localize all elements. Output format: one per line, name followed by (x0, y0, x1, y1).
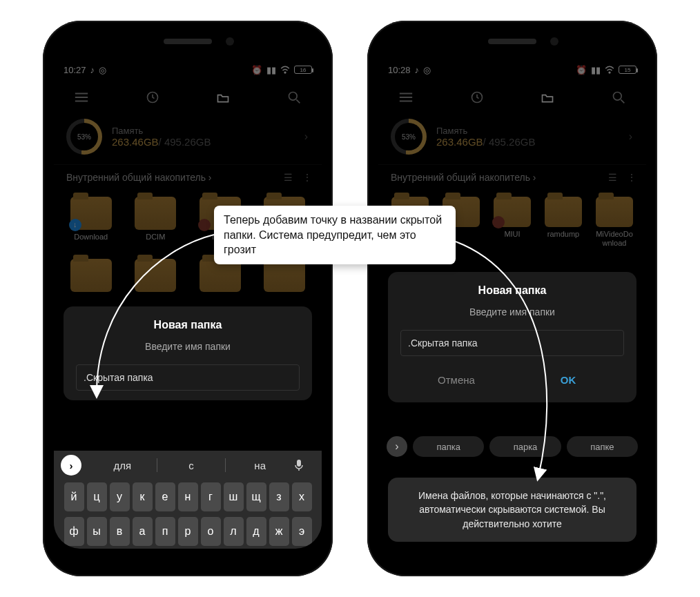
search-icon[interactable] (280, 90, 308, 104)
keyboard-key[interactable]: н (178, 482, 198, 511)
folder-item[interactable]: ↓ Download (61, 197, 121, 251)
tiktok-icon: ♪ (90, 65, 95, 75)
suggestion-pill[interactable]: парка (489, 436, 561, 457)
storage-ring: 53% (391, 119, 427, 155)
chevron-right-icon: › (304, 130, 308, 143)
folder-label: DCIM (146, 233, 165, 251)
new-folder-dialog: Новая папка Введите имя папки Отмена OK (388, 272, 636, 402)
download-badge-icon: ↓ (69, 219, 81, 231)
keyboard-key[interactable]: э (292, 517, 312, 546)
svg-point-9 (609, 72, 610, 73)
keyboard-key[interactable]: ц (87, 482, 107, 511)
folder-item[interactable] (126, 259, 186, 313)
breadcrumb[interactable]: Внутренний общий накопитель › ☰ ⋮ (378, 164, 646, 191)
badge-icon (492, 216, 505, 228)
folder-item[interactable] (61, 259, 121, 313)
folder-item[interactable]: ramdump (538, 197, 588, 248)
wifi-icon (280, 66, 290, 74)
storage-row[interactable]: 53% Память 263.46GB/ 495.26GB › (54, 115, 322, 164)
cancel-button[interactable]: Отмена (400, 367, 512, 393)
storage-label: Память (112, 126, 211, 136)
breadcrumb[interactable]: Внутренний общий накопитель › ☰ ⋮ (54, 164, 322, 191)
svg-point-0 (284, 72, 286, 73)
keyboard-key[interactable]: к (133, 482, 153, 511)
storage-row[interactable]: 53% Память 263.46GB/ 495.26GB › (378, 115, 646, 164)
menu-icon[interactable] (392, 91, 420, 104)
suggestion-pill[interactable]: папка (413, 436, 484, 457)
mic-icon[interactable] (294, 459, 322, 471)
svg-line-15 (621, 99, 624, 103)
wifi-icon (605, 66, 614, 74)
folder-item[interactable]: MIUI (487, 197, 537, 248)
keyboard-key[interactable]: ш (224, 482, 244, 511)
suggestion-word[interactable]: для (88, 460, 157, 471)
recent-icon[interactable] (463, 90, 491, 104)
suggestion-pill[interactable]: папке (567, 436, 638, 457)
folder-item[interactable] (255, 259, 315, 313)
keyboard-key[interactable]: п (155, 517, 175, 546)
folder-icon (135, 259, 176, 292)
keyboard-key[interactable]: щ (246, 482, 266, 511)
keyboard-key[interactable]: ж (269, 517, 289, 546)
folder-tab-icon[interactable] (534, 91, 561, 104)
folder-name-input[interactable] (400, 330, 624, 356)
app-toolbar (54, 80, 322, 115)
alarm-icon: ⏰ (576, 65, 587, 75)
more-icon[interactable]: ⋮ (302, 172, 312, 183)
keyboard-key[interactable]: х (292, 482, 312, 511)
ok-button[interactable]: OK (512, 367, 624, 393)
path-label: Внутренний общий накопитель › (391, 172, 536, 183)
keyboard-key[interactable]: р (178, 517, 198, 546)
folder-label: MiVideoDo wnload (590, 230, 639, 248)
new-folder-dialog: Новая папка Введите имя папки (64, 306, 312, 400)
warning-toast: Имена файлов, которые начинаются с ".", … (388, 478, 636, 542)
phone-mock-right: 10:28 ♪ ◎ ⏰ ▮▮ 15 (367, 21, 657, 576)
keyboard-key[interactable]: з (269, 482, 289, 511)
phone-mock-left: 10:27 ♪ ◎ ⏰ ▮▮ 16 (43, 21, 333, 576)
keyboard-key[interactable]: ы (87, 517, 107, 546)
keyboard-key[interactable]: ф (64, 517, 84, 546)
folder-label: ramdump (547, 230, 579, 248)
folder-icon: ↓ (70, 197, 112, 230)
keyboard-key[interactable]: о (201, 517, 221, 546)
expand-suggestions-icon[interactable]: › (387, 436, 407, 457)
folder-item[interactable]: DCIM (126, 197, 186, 251)
expand-suggestions-icon[interactable]: › (61, 455, 81, 476)
suggestion-word[interactable]: с (157, 460, 226, 471)
suggestion-word[interactable]: на (226, 460, 294, 471)
dialog-title: Новая папка (400, 284, 624, 297)
folder-icon (70, 259, 112, 292)
keyboard-key[interactable]: г (201, 482, 221, 511)
storage-ring: 53% (66, 119, 102, 155)
folder-item[interactable]: MiVideoDo wnload (590, 197, 639, 248)
battery-indicator: 15 (619, 66, 636, 74)
storage-value: 263.46GB/ 495.26GB (112, 136, 211, 148)
menu-icon[interactable] (68, 91, 95, 104)
keyboard-key[interactable]: у (110, 482, 130, 511)
more-icon[interactable]: ⋮ (627, 172, 636, 183)
screen: 10:28 ♪ ◎ ⏰ ▮▮ 15 (378, 59, 646, 549)
keyboard-key[interactable]: й (64, 482, 84, 511)
keyboard-key[interactable]: в (110, 517, 130, 546)
folder-icon (596, 197, 633, 227)
status-bar: 10:28 ♪ ◎ ⏰ ▮▮ 15 (378, 59, 646, 80)
tutorial-callout: Теперь добавим точку в названии скрытой … (214, 206, 456, 264)
signal-icon: ▮▮ (591, 65, 601, 75)
search-icon[interactable] (605, 90, 632, 104)
keyboard-key[interactable]: д (246, 517, 266, 546)
app-toolbar (378, 80, 646, 115)
keyboard-key[interactable]: л (224, 517, 244, 546)
suggestion-pill-bar: › папка парка папке (382, 432, 642, 461)
view-list-icon[interactable]: ☰ (284, 172, 293, 183)
folder-name-input[interactable] (76, 364, 300, 391)
recent-icon[interactable] (139, 90, 166, 104)
view-list-icon[interactable]: ☰ (608, 172, 617, 183)
keyboard-key[interactable]: а (133, 517, 153, 546)
alarm-icon: ⏰ (251, 65, 262, 75)
chevron-right-icon: › (629, 130, 632, 143)
instagram-icon: ◎ (423, 65, 431, 75)
folder-item[interactable] (190, 259, 251, 313)
path-label: Внутренний общий накопитель › (66, 172, 211, 183)
keyboard-key[interactable]: е (155, 482, 175, 511)
folder-tab-icon[interactable] (209, 91, 237, 104)
